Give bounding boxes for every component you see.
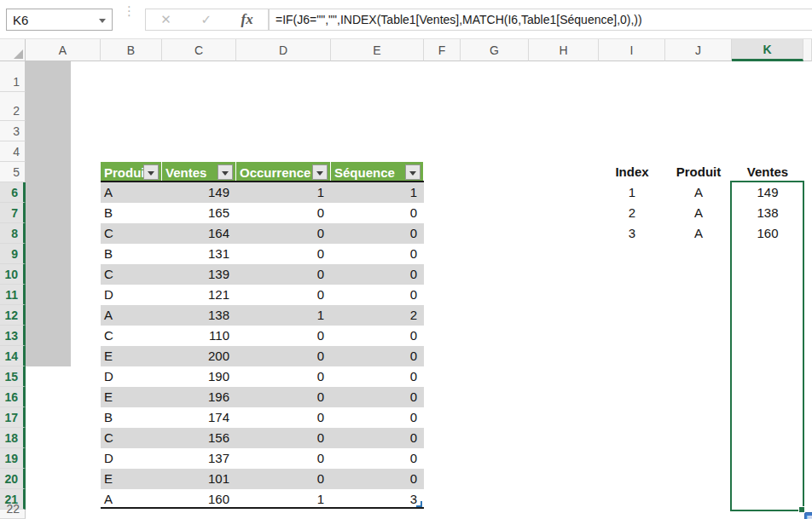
row-header-7[interactable]: 7 [0,203,26,223]
cell-B20[interactable]: E [101,469,162,489]
cell-B19[interactable]: D [101,448,162,469]
table-header-sequence[interactable]: Séquence [331,162,424,182]
results-header-index[interactable]: Index [599,162,665,182]
select-all-corner[interactable] [0,39,26,61]
cell-C9[interactable]: 131 [162,244,236,264]
row-header-16[interactable]: 16 [0,387,26,407]
col-header-K[interactable]: K [732,39,803,61]
cell-B9[interactable]: B [101,244,162,264]
cell-J8[interactable]: A [665,223,732,244]
cell-B8[interactable]: C [101,223,162,244]
filter-button-sequence[interactable] [405,164,420,180]
formula-input[interactable]: =IF(J6="","",INDEX(Table1[Ventes],MATCH(… [269,9,812,31]
row-header-12[interactable]: 12 [0,305,26,326]
cell-C13[interactable]: 110 [162,326,236,346]
col-header-G[interactable]: G [461,39,529,61]
cell-E20[interactable]: 0 [331,469,424,489]
cell-D17[interactable]: 0 [236,407,331,428]
cell-I8[interactable]: 3 [599,223,665,244]
cell-C7[interactable]: 165 [162,203,236,223]
row-header-8[interactable]: 8 [0,223,26,244]
cell-C6[interactable]: 149 [162,182,236,203]
cell-E9[interactable]: 0 [331,244,424,264]
cell-C11[interactable]: 121 [162,285,236,305]
lookup-count-H6[interactable] [531,182,599,203]
cell-E14[interactable]: 0 [331,346,424,366]
table-header-occurrence[interactable]: Occurrence [236,162,331,182]
row-header-3[interactable]: 3 [0,121,26,141]
cell-E16[interactable]: 0 [331,387,424,407]
row-header-19[interactable]: 19 [0,448,26,469]
col-header-J[interactable]: J [665,39,732,61]
col-header-C[interactable]: C [162,39,236,61]
cell-E7[interactable]: 0 [331,203,424,223]
table-header-ventes[interactable]: Ventes [162,162,236,182]
cell-B16[interactable]: E [101,387,162,407]
quick-analysis-button[interactable]: ▦ [804,512,812,519]
col-header-D[interactable]: D [236,39,331,61]
row-header-2[interactable]: 2 [0,92,26,121]
filter-button-produit[interactable] [143,164,159,180]
cell-D10[interactable]: 0 [236,264,331,285]
cell-D14[interactable]: 0 [236,346,331,366]
cell-D6[interactable]: 1 [236,182,331,203]
row-header-9[interactable]: 9 [0,244,26,264]
cell-I7[interactable]: 2 [599,203,665,223]
cell-B18[interactable]: C [101,428,162,448]
lookup-value-H5[interactable] [531,162,599,182]
cell-C19[interactable]: 137 [162,448,236,469]
cell-D12[interactable]: 1 [236,305,331,326]
row-header-5[interactable]: 5 [0,162,26,182]
name-box[interactable]: K6 [6,9,113,31]
cell-E11[interactable]: 0 [331,285,424,305]
col-header-F[interactable]: F [424,39,461,61]
cell-B14[interactable]: E [101,346,162,366]
cell-B17[interactable]: B [101,407,162,428]
cell-D11[interactable]: 0 [236,285,331,305]
cell-C16[interactable]: 196 [162,387,236,407]
name-box-dropdown-icon[interactable] [99,19,106,23]
row-header-1[interactable]: 1 [0,61,26,92]
col-header-H[interactable]: H [529,39,599,61]
insert-function-icon[interactable]: fx [241,11,253,28]
cell-C14[interactable]: 200 [162,346,236,366]
col-header-A[interactable]: A [26,39,101,61]
cell-E8[interactable]: 0 [331,223,424,244]
row-header-17[interactable]: 17 [0,407,26,428]
cell-C20[interactable]: 101 [162,469,236,489]
row-header-13[interactable]: 13 [0,326,26,346]
results-header-ventes[interactable]: Ventes [732,162,803,182]
cell-E19[interactable]: 0 [331,448,424,469]
cell-B10[interactable]: C [101,264,162,285]
cell-E15[interactable]: 0 [331,366,424,387]
cell-D15[interactable]: 0 [236,366,331,387]
cell-I6[interactable]: 1 [599,182,665,203]
cell-C8[interactable]: 164 [162,223,236,244]
row-header-20[interactable]: 20 [0,469,26,489]
cell-E6[interactable]: 1 [331,182,424,203]
lookup-label-G5[interactable] [465,162,529,182]
cell-D9[interactable]: 0 [236,244,331,264]
filter-button-ventes[interactable] [218,164,233,180]
cell-C18[interactable]: 156 [162,428,236,448]
cell-E17[interactable]: 0 [331,407,424,428]
row-header-22[interactable]: 22 [0,510,26,519]
row-header-15[interactable]: 15 [0,366,26,387]
cell-E12[interactable]: 2 [331,305,424,326]
subtitle-cell-A2[interactable] [32,92,391,121]
cell-B7[interactable]: B [101,203,162,223]
enter-icon[interactable]: ✓ [200,12,212,27]
cell-B12[interactable]: A [101,305,162,326]
cell-E18[interactable]: 0 [331,428,424,448]
row-header-10[interactable]: 10 [0,264,26,285]
cell-B6[interactable]: A [101,182,162,203]
cell-J6[interactable]: A [665,182,732,203]
cell-B11[interactable]: D [101,285,162,305]
cell-D8[interactable]: 0 [236,223,331,244]
title-cell-A1[interactable] [32,61,391,92]
col-header-E[interactable]: E [331,39,424,61]
cell-C15[interactable]: 190 [162,366,236,387]
row-header-6[interactable]: 6 [0,182,26,203]
cell-D19[interactable]: 0 [236,448,331,469]
row-header-11[interactable]: 11 [0,285,26,305]
